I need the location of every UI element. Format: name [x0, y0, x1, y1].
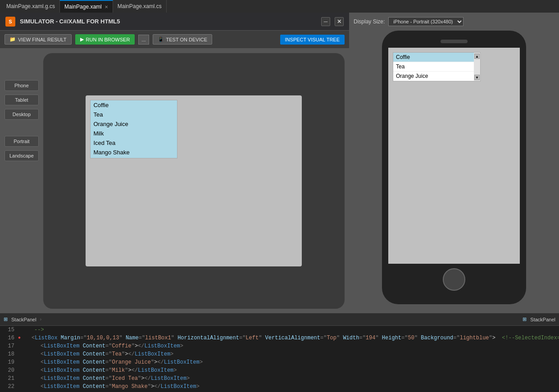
view-final-result-button[interactable]: 📁 VIEW FINAL RESULT — [5, 34, 72, 45]
phone-icon: 📱 — [158, 36, 164, 42]
display-size-label: Display Size: — [354, 18, 385, 25]
code-line-21: 21 <ListBoxItem Content="Iced Tea"></Lis… — [0, 374, 559, 383]
code-line-22: 22 <ListBoxItem Content="Mango Shake"></… — [0, 383, 559, 391]
tab-label: MainPage.xaml.g.cs — [6, 3, 55, 9]
line-number: 20 — [0, 366, 18, 374]
code-line-15: 15 --> — [0, 326, 559, 334]
sim-toolbar: 📁 VIEW FINAL RESULT ▶ RUN IN BROWSER ...… — [0, 31, 349, 49]
code-editor: ⊞ StackPanel › ⊞ StackPanel 15 --> 16 ● … — [0, 313, 559, 392]
tab-label: MainPage.xaml.cs — [118, 3, 162, 9]
test-on-device-button[interactable]: 📱 TEST ON DEVICE — [153, 34, 212, 45]
code-text: <ListBoxItem Content="Milk"></ListBoxIte… — [41, 366, 177, 374]
display-size-bar: Display Size: iPhone - Portrait (320x480… — [354, 17, 464, 26]
sim-titlebar: S SIMULATOR - C#/XAML FOR HTML5 ─ ✕ — [0, 13, 349, 31]
landscape-button[interactable]: Landscape — [5, 150, 39, 161]
breadcrumb-icon-2: ⊞ — [523, 316, 527, 322]
scroll-down-button[interactable]: ▼ — [474, 75, 480, 80]
breakpoint-marker: ● — [18, 334, 21, 342]
code-text: <ListBoxItem Content="Coffie"></ListBoxI… — [41, 342, 183, 350]
line-number: 16 — [0, 334, 18, 342]
simulator-panel: S SIMULATOR - C#/XAML FOR HTML5 ─ ✕ 📁 VI… — [0, 13, 349, 313]
sim-screen: Coffie Tea Orange Juice Milk Iced Tea Ma… — [86, 95, 302, 266]
breadcrumb-icon-1: ⊞ — [4, 316, 8, 322]
run-in-browser-button[interactable]: ▶ RUN IN BROWSER — [75, 34, 135, 45]
listbox-preview[interactable]: Coffie Tea Orange Juice Milk Iced Tea Ma… — [90, 100, 177, 158]
phone-speaker — [441, 40, 468, 43]
device-type-group: Phone Tablet Desktop — [5, 80, 39, 120]
list-item[interactable]: Coffie — [393, 53, 480, 62]
close-button[interactable]: ✕ — [335, 17, 344, 26]
list-item[interactable]: Coffie — [91, 100, 177, 110]
minimize-button[interactable]: ─ — [321, 17, 330, 26]
line-number: 18 — [0, 350, 18, 358]
code-line-19: 19 <ListBoxItem Content="Orange Juice"><… — [0, 358, 559, 366]
line-number: 21 — [0, 374, 18, 383]
tab-mainpage-cs[interactable]: MainPage.xaml.g.cs — [2, 0, 60, 13]
sim-logo: S — [5, 17, 15, 27]
phone-listbox: Coffie Tea Orange Juice — [393, 53, 480, 81]
display-size-select[interactable]: iPhone - Portrait (320x480) — [388, 17, 464, 26]
inspect-visual-tree-button[interactable]: INSPECT VISUAL TREE — [280, 35, 345, 45]
tab-label: MainPage.xaml — [64, 4, 102, 10]
breadcrumb-2: StackPanel — [530, 317, 555, 322]
code-text: <ListBoxItem Content="Mango Shake"></Lis… — [41, 383, 200, 391]
code-line-20: 20 <ListBoxItem Content="Milk"></ListBox… — [0, 366, 559, 374]
code-editor-header: ⊞ StackPanel › ⊞ StackPanel — [0, 313, 559, 326]
list-item[interactable]: Tea — [393, 62, 480, 72]
list-item[interactable]: Orange Juice — [91, 119, 177, 129]
view-final-result-label: VIEW FINAL RESULT — [18, 37, 67, 42]
sim-logo-text: S — [9, 19, 12, 24]
phone-button[interactable]: Phone — [5, 80, 39, 91]
portrait-button[interactable]: Portrait — [5, 136, 39, 147]
scroll-up-button[interactable]: ▲ — [474, 54, 480, 59]
tab-close-icon[interactable]: ✕ — [105, 5, 108, 9]
test-on-device-label: TEST ON DEVICE — [166, 37, 207, 42]
line-number: 22 — [0, 383, 18, 391]
tab-bar: MainPage.xaml.g.cs MainPage.xaml ✕ MainP… — [0, 0, 559, 13]
code-text: --> — [34, 326, 44, 334]
right-panel: Display Size: iPhone - Portrait (320x480… — [349, 13, 559, 313]
phone-preview: Coffie Tea Orange Juice Milk Iced Tea Ma… — [43, 53, 345, 309]
code-line-17: 17 <ListBoxItem Content="Coffie"></ListB… — [0, 342, 559, 350]
breadcrumb-sep-1: › — [40, 317, 41, 322]
orientation-group: Portrait Landscape — [5, 136, 39, 161]
sim-body: Phone Tablet Desktop Portrait Landscape … — [0, 49, 349, 313]
line-number: 17 — [0, 342, 18, 350]
phone-home-button[interactable] — [443, 268, 465, 291]
tab-mainpage-xaml[interactable]: MainPage.xaml ✕ — [60, 0, 113, 13]
code-text: <ListBoxItem Content="Iced Tea"></ListBo… — [41, 374, 190, 383]
list-item[interactable]: Mango Shake — [91, 148, 177, 157]
desktop-button[interactable]: Desktop — [5, 109, 39, 120]
phone-screen: Coffie Tea Orange Juice ▲ ▼ — [388, 48, 520, 264]
run-in-browser-label: RUN IN BROWSER — [86, 37, 130, 42]
main-area: S SIMULATOR - C#/XAML FOR HTML5 ─ ✕ 📁 VI… — [0, 13, 559, 313]
folder-icon: 📁 — [9, 36, 16, 42]
phone-mockup: Coffie Tea Orange Juice ▲ ▼ — [382, 31, 526, 304]
run-extra-button[interactable]: ... — [138, 35, 149, 45]
phone-listbox-container: Coffie Tea Orange Juice ▲ ▼ — [393, 52, 481, 81]
list-item[interactable]: Iced Tea — [91, 138, 177, 148]
inspect-visual-tree-label: INSPECT VISUAL TREE — [285, 37, 340, 42]
list-item[interactable]: Milk — [91, 129, 177, 138]
code-content: 15 --> 16 ● <ListBox Margin="10,10,0,13"… — [0, 326, 559, 392]
code-text: <ListBoxItem Content="Tea"></ListBoxItem… — [41, 350, 173, 358]
scrollbar[interactable]: ▲ ▼ — [474, 53, 480, 81]
code-line-18: 18 <ListBoxItem Content="Tea"></ListBoxI… — [0, 350, 559, 358]
sim-title: SIMULATOR - C#/XAML FOR HTML5 — [20, 18, 317, 25]
play-icon: ▶ — [80, 36, 84, 42]
code-text: <ListBox Margin="10,10,0,13" Name="listB… — [32, 334, 559, 342]
list-item[interactable]: Tea — [91, 110, 177, 119]
code-line-16: 16 ● <ListBox Margin="10,10,0,13" Name="… — [0, 334, 559, 342]
line-number: 19 — [0, 358, 18, 366]
sim-side-buttons: Phone Tablet Desktop Portrait Landscape — [5, 53, 39, 309]
breadcrumb-1: StackPanel — [11, 317, 36, 322]
line-number: 15 — [0, 326, 18, 334]
tab-mainpage-xaml-cs[interactable]: MainPage.xaml.cs — [113, 0, 167, 13]
list-item[interactable]: Orange Juice — [393, 72, 480, 81]
code-text: <ListBoxItem Content="Orange Juice"></Li… — [41, 358, 203, 366]
tablet-button[interactable]: Tablet — [5, 95, 39, 105]
